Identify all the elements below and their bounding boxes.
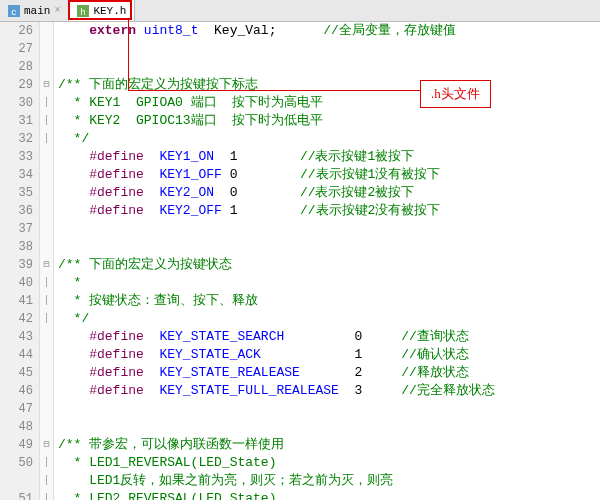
code-line[interactable]: #define KEY_STATE_SEARCH 0 //查询状态 bbox=[58, 328, 600, 346]
fold-marker bbox=[40, 382, 53, 400]
line-number: 45 bbox=[0, 364, 33, 382]
fold-marker bbox=[40, 58, 53, 76]
line-number: 46 bbox=[0, 382, 33, 400]
line-number: 49 bbox=[0, 436, 33, 454]
fold-marker: | bbox=[40, 472, 53, 490]
code-line[interactable]: #define KEY1_OFF 0 //表示按键1没有被按下 bbox=[58, 166, 600, 184]
code-line[interactable]: #define KEY_STATE_REALEASE 2 //释放状态 bbox=[58, 364, 600, 382]
fold-marker: | bbox=[40, 490, 53, 500]
line-number: 43 bbox=[0, 328, 33, 346]
code-line[interactable] bbox=[58, 58, 600, 76]
code-line[interactable]: * bbox=[58, 274, 600, 292]
fold-marker bbox=[40, 40, 53, 58]
annotation-arrow bbox=[128, 90, 420, 91]
code-line[interactable]: #define KEY_STATE_FULL_REALEASE 3 //完全释放… bbox=[58, 382, 600, 400]
line-number: 33 bbox=[0, 148, 33, 166]
code-line[interactable]: extern uint8_t Key_Val; //全局变量，存放键值 bbox=[58, 22, 600, 40]
fold-marker bbox=[40, 22, 53, 40]
line-number: 27 bbox=[0, 40, 33, 58]
code-line[interactable] bbox=[58, 220, 600, 238]
annotation-callout: .h头文件 bbox=[420, 80, 491, 108]
editor-area: 2627282930313233343536373839404142434445… bbox=[0, 22, 600, 500]
line-number bbox=[0, 472, 33, 490]
fold-marker[interactable]: ⊟ bbox=[40, 436, 53, 454]
fold-marker: | bbox=[40, 292, 53, 310]
tab-main[interactable]: c main × bbox=[0, 0, 69, 21]
svg-text:c: c bbox=[11, 8, 16, 17]
fold-marker bbox=[40, 238, 53, 256]
line-number: 44 bbox=[0, 346, 33, 364]
fold-marker bbox=[40, 346, 53, 364]
close-icon[interactable]: × bbox=[54, 5, 60, 16]
tab-label: KEY.h bbox=[93, 5, 126, 17]
code-line[interactable] bbox=[58, 400, 600, 418]
code-line[interactable]: * KEY2 GPIOC13端口 按下时为低电平 bbox=[58, 112, 600, 130]
fold-marker bbox=[40, 166, 53, 184]
line-number: 35 bbox=[0, 184, 33, 202]
code-line[interactable]: * LED2_REVERSAL(LED_State) bbox=[58, 490, 600, 500]
line-number: 41 bbox=[0, 292, 33, 310]
tab-key-h[interactable]: h KEY.h bbox=[69, 0, 135, 21]
code-line[interactable] bbox=[58, 238, 600, 256]
svg-text:h: h bbox=[81, 8, 86, 17]
line-number: 29 bbox=[0, 76, 33, 94]
code-line[interactable]: #define KEY2_OFF 1 //表示按键2没有被按下 bbox=[58, 202, 600, 220]
line-number: 26 bbox=[0, 22, 33, 40]
fold-marker: | bbox=[40, 310, 53, 328]
code-line[interactable]: #define KEY_STATE_ACK 1 //确认状态 bbox=[58, 346, 600, 364]
code-line[interactable]: /** 下面的宏定义为按键按下标志 bbox=[58, 76, 600, 94]
code-line[interactable]: * KEY1 GPIOA0 端口 按下时为高电平 bbox=[58, 94, 600, 112]
code-line[interactable]: * 按键状态：查询、按下、释放 bbox=[58, 292, 600, 310]
code-line[interactable]: #define KEY2_ON 0 //表示按键2被按下 bbox=[58, 184, 600, 202]
code-content[interactable]: extern uint8_t Key_Val; //全局变量，存放键值/** 下… bbox=[54, 22, 600, 500]
line-number: 39 bbox=[0, 256, 33, 274]
line-number-gutter: 2627282930313233343536373839404142434445… bbox=[0, 22, 40, 500]
code-line[interactable]: /** 下面的宏定义为按键状态 bbox=[58, 256, 600, 274]
line-number: 38 bbox=[0, 238, 33, 256]
fold-marker bbox=[40, 400, 53, 418]
line-number: 31 bbox=[0, 112, 33, 130]
line-number: 50 bbox=[0, 454, 33, 472]
line-number: 30 bbox=[0, 94, 33, 112]
line-number: 51 bbox=[0, 490, 33, 500]
code-line[interactable]: #define KEY1_ON 1 //表示按键1被按下 bbox=[58, 148, 600, 166]
code-line[interactable] bbox=[58, 418, 600, 436]
fold-marker: | bbox=[40, 274, 53, 292]
fold-marker bbox=[40, 364, 53, 382]
c-file-icon: c bbox=[8, 5, 20, 17]
tab-label: main bbox=[24, 5, 50, 17]
fold-marker bbox=[40, 418, 53, 436]
h-file-icon: h bbox=[77, 5, 89, 17]
callout-text: .h头文件 bbox=[431, 86, 480, 101]
line-number: 37 bbox=[0, 220, 33, 238]
annotation-arrow bbox=[128, 20, 129, 90]
code-line[interactable] bbox=[58, 40, 600, 58]
fold-marker bbox=[40, 328, 53, 346]
fold-marker: | bbox=[40, 112, 53, 130]
line-number: 48 bbox=[0, 418, 33, 436]
fold-marker[interactable]: ⊟ bbox=[40, 256, 53, 274]
fold-marker bbox=[40, 220, 53, 238]
fold-marker[interactable]: ⊟ bbox=[40, 76, 53, 94]
code-line[interactable]: */ bbox=[58, 130, 600, 148]
line-number: 40 bbox=[0, 274, 33, 292]
line-number: 42 bbox=[0, 310, 33, 328]
code-line[interactable]: */ bbox=[58, 310, 600, 328]
fold-marker: | bbox=[40, 454, 53, 472]
line-number: 47 bbox=[0, 400, 33, 418]
fold-marker: | bbox=[40, 94, 53, 112]
fold-marker bbox=[40, 184, 53, 202]
fold-marker bbox=[40, 148, 53, 166]
fold-gutter: ⊟|||⊟|||⊟||| bbox=[40, 22, 54, 500]
code-line[interactable]: * LED1_REVERSAL(LED_State) bbox=[58, 454, 600, 472]
tab-bar: c main × h KEY.h bbox=[0, 0, 600, 22]
line-number: 32 bbox=[0, 130, 33, 148]
code-line[interactable]: LED1反转，如果之前为亮，则灭；若之前为灭，则亮 bbox=[58, 472, 600, 490]
fold-marker: | bbox=[40, 130, 53, 148]
line-number: 34 bbox=[0, 166, 33, 184]
code-line[interactable]: /** 带参宏，可以像内联函数一样使用 bbox=[58, 436, 600, 454]
line-number: 36 bbox=[0, 202, 33, 220]
line-number: 28 bbox=[0, 58, 33, 76]
fold-marker bbox=[40, 202, 53, 220]
